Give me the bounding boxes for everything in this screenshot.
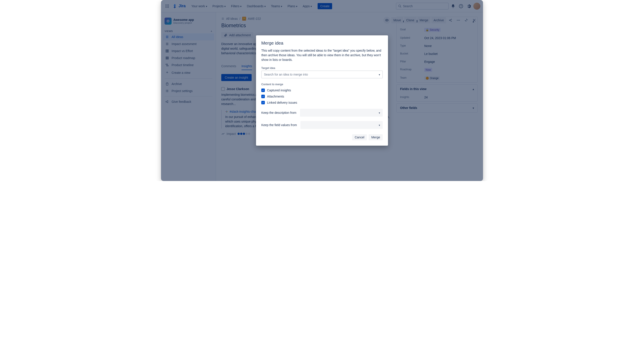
checkbox-captured-insights[interactable]: ✓Captured insights	[261, 89, 383, 92]
checkbox-attachments[interactable]: ✓Attachments	[261, 95, 383, 98]
modal-title: Merge idea	[261, 41, 383, 46]
target-idea-select[interactable]: Search for an idea to merge into	[261, 70, 383, 78]
keep-field-values-select[interactable]	[300, 121, 383, 129]
checkbox-linked-delivery[interactable]: ✓Linked delivery issues	[261, 101, 383, 104]
chevron-down-icon	[379, 111, 380, 114]
modal-description: This will copy content from the selected…	[261, 48, 383, 62]
content-to-merge-label: Content to merge	[261, 83, 383, 86]
cancel-button[interactable]: Cancel	[352, 134, 367, 140]
keep-field-values-label: Keep the field values from	[261, 123, 297, 127]
checkbox-icon: ✓	[261, 101, 265, 104]
keep-description-label: Keep the description from	[261, 111, 296, 114]
target-idea-placeholder: Search for an idea to merge into	[264, 73, 308, 76]
merge-idea-modal: Merge idea This will copy content from t…	[256, 35, 388, 146]
checkbox-icon: ✓	[261, 95, 265, 98]
keep-description-select[interactable]	[300, 109, 383, 117]
chevron-down-icon	[379, 123, 380, 127]
target-idea-label: Target idea	[261, 67, 383, 70]
chevron-down-icon	[379, 73, 380, 76]
merge-confirm-button[interactable]: Merge	[369, 134, 383, 140]
checkbox-icon: ✓	[261, 89, 265, 92]
